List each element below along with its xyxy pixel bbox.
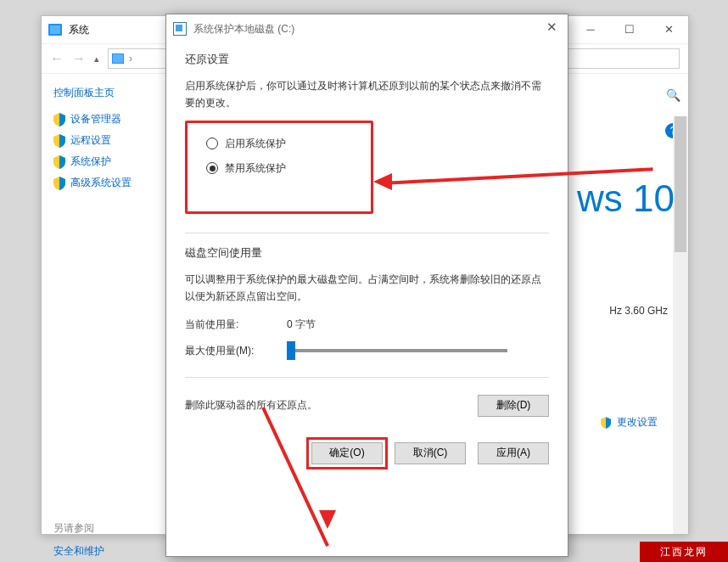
sidebar-item-protection[interactable]: 系统保护	[53, 155, 154, 169]
maximize-button[interactable]: ☐	[610, 16, 649, 42]
minimize-button[interactable]: ─	[571, 16, 610, 42]
safety-link[interactable]: 安全和维护	[53, 544, 154, 559]
shield-icon	[53, 134, 65, 148]
watermark: 江西龙网	[640, 542, 728, 562]
dialog-icon	[173, 22, 187, 36]
dialog-close-button[interactable]: ✕	[546, 20, 557, 35]
dialog-button-row: 确定(O) 取消(C) 应用(A)	[185, 442, 549, 464]
cancel-button[interactable]: 取消(C)	[395, 442, 466, 464]
restore-section-title: 还原设置	[185, 52, 549, 67]
back-arrow-icon[interactable]: ←	[50, 51, 64, 66]
max-usage-label: 最大使用量(M):	[185, 344, 287, 358]
sidebar-item-label: 系统保护	[70, 155, 111, 169]
disable-option-label: 禁用系统保护	[225, 161, 286, 176]
control-panel-home-link[interactable]: 控制面板主页	[53, 86, 154, 100]
radio-group-highlight: 启用系统保护 禁用系统保护	[185, 121, 373, 214]
close-button[interactable]: ✕	[649, 16, 688, 42]
arrow-head-icon	[373, 173, 392, 190]
sidebar-item-label: 远程设置	[70, 133, 111, 148]
sidebar: 控制面板主页 设备管理器 远程设置 系统保护 高级系统设置 另请参阅 安全和维护	[42, 74, 165, 534]
search-icon[interactable]: 🔍	[666, 88, 680, 102]
current-usage-value: 0 字节	[287, 318, 316, 332]
sidebar-item-label: 设备管理器	[70, 112, 121, 126]
apply-button[interactable]: 应用(A)	[478, 442, 549, 464]
delete-button[interactable]: 删除(D)	[478, 395, 549, 417]
shield-icon	[53, 155, 65, 169]
cpu-info: Hz 3.60 GHz	[609, 305, 668, 317]
max-usage-row: 最大使用量(M):	[185, 344, 549, 358]
disable-protection-option[interactable]: 禁用系统保护	[206, 161, 356, 176]
radio-checked-icon	[206, 162, 218, 174]
divider	[185, 233, 549, 233]
current-usage-label: 当前使用量:	[185, 318, 287, 332]
ok-button[interactable]: 确定(O)	[311, 442, 383, 464]
enable-protection-option[interactable]: 启用系统保护	[206, 137, 356, 151]
forward-arrow-icon[interactable]: →	[72, 51, 86, 66]
divider	[185, 377, 549, 378]
dialog-titlebar: 系统保护本地磁盘 (C:) ✕	[166, 14, 568, 43]
windows-logo-text: ws 10	[577, 177, 675, 220]
system-icon	[48, 24, 62, 36]
arrow-head-icon	[319, 510, 336, 529]
disk-description: 可以调整用于系统保护的最大磁盘空间。占满空间时，系统将删除较旧的还原点以便为新还…	[185, 271, 549, 306]
slider-thumb[interactable]	[287, 341, 295, 360]
shield-icon	[53, 113, 65, 126]
up-arrow-icon[interactable]: ▴	[94, 53, 99, 65]
sidebar-item-remote[interactable]: 远程设置	[53, 133, 154, 148]
disk-section-title: 磁盘空间使用量	[185, 245, 549, 261]
bg-title: 系统	[69, 23, 89, 37]
shield-icon	[53, 177, 65, 190]
see-also-label: 另请参阅	[53, 521, 154, 536]
radio-icon	[206, 138, 218, 149]
dialog-title: 系统保护本地磁盘 (C:)	[193, 22, 294, 37]
sidebar-item-device-manager[interactable]: 设备管理器	[53, 112, 154, 126]
bg-window-controls: ─ ☐ ✕	[571, 16, 688, 42]
max-usage-slider[interactable]	[287, 349, 507, 352]
enable-option-label: 启用系统保护	[225, 137, 286, 151]
breadcrumb-icon	[112, 53, 124, 64]
system-protection-dialog: 系统保护本地磁盘 (C:) ✕ 还原设置 启用系统保护后，你可以通过及时将计算机…	[165, 14, 568, 557]
change-settings-link[interactable]: 更改设置	[601, 415, 658, 430]
restore-description: 启用系统保护后，你可以通过及时将计算机还原到以前的某个状态点来撤消不需要的更改。	[185, 77, 549, 112]
shield-icon	[601, 417, 611, 429]
change-settings-label: 更改设置	[617, 416, 658, 428]
vertical-scrollbar[interactable]	[673, 116, 688, 534]
sidebar-item-advanced[interactable]: 高级系统设置	[53, 176, 154, 190]
current-usage-row: 当前使用量: 0 字节	[185, 318, 549, 332]
sidebar-item-label: 高级系统设置	[70, 176, 132, 190]
scrollbar-thumb[interactable]	[675, 116, 686, 252]
delete-description: 删除此驱动器的所有还原点。	[185, 398, 317, 413]
